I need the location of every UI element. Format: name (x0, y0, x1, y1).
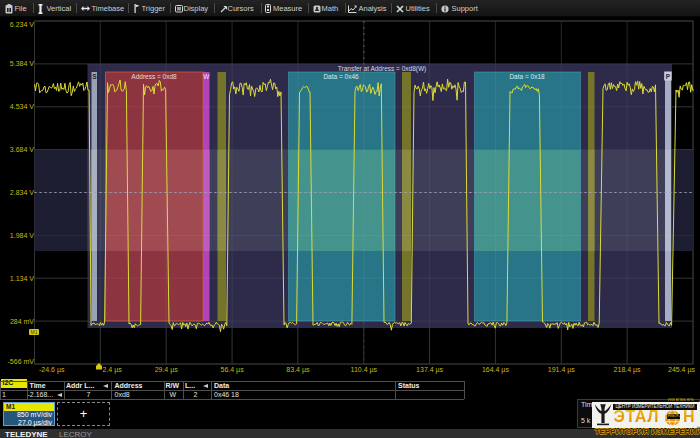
svg-text:245.4 µs: 245.4 µs (668, 366, 695, 374)
svg-text:1.984 V: 1.984 V (10, 232, 34, 239)
svg-text:3.684 V: 3.684 V (10, 146, 34, 153)
svg-text:110.4 µs: 110.4 µs (351, 366, 378, 374)
svg-text:29.4 µs: 29.4 µs (155, 366, 179, 374)
svg-text:2.834 V: 2.834 V (10, 189, 34, 196)
svg-text:6.234 V: 6.234 V (10, 21, 34, 28)
svg-text:1.134 V: 1.134 V (10, 275, 34, 282)
svg-text:Data = 0x46: Data = 0x46 (323, 73, 359, 80)
svg-text:5.384 V: 5.384 V (10, 60, 34, 67)
svg-text:-24.6 µs: -24.6 µs (39, 366, 65, 374)
svg-text:191.4 µs: 191.4 µs (548, 366, 575, 374)
svg-text:218.4 µs: 218.4 µs (614, 366, 641, 374)
svg-text:137.4 µs: 137.4 µs (416, 366, 443, 374)
svg-text:284 mV: 284 mV (10, 318, 34, 325)
svg-text:4.534 V: 4.534 V (10, 103, 34, 110)
svg-text:P: P (666, 73, 671, 80)
svg-text:M1: M1 (31, 329, 38, 335)
svg-text:S: S (92, 73, 97, 80)
svg-text:83.4 µs: 83.4 µs (286, 366, 310, 374)
svg-text:164.4 µs: 164.4 µs (482, 366, 509, 374)
svg-text:Data = 0x18: Data = 0x18 (509, 73, 545, 80)
svg-text:W: W (203, 73, 210, 80)
svg-text:Transfer at Address = 0xd8(W): Transfer at Address = 0xd8(W) (338, 65, 426, 73)
svg-text:2.4 µs: 2.4 µs (103, 366, 123, 374)
svg-text:-566 mV: -566 mV (8, 358, 35, 365)
svg-text:Address = 0xd8: Address = 0xd8 (131, 73, 177, 80)
svg-text:56.4 µs: 56.4 µs (221, 366, 245, 374)
